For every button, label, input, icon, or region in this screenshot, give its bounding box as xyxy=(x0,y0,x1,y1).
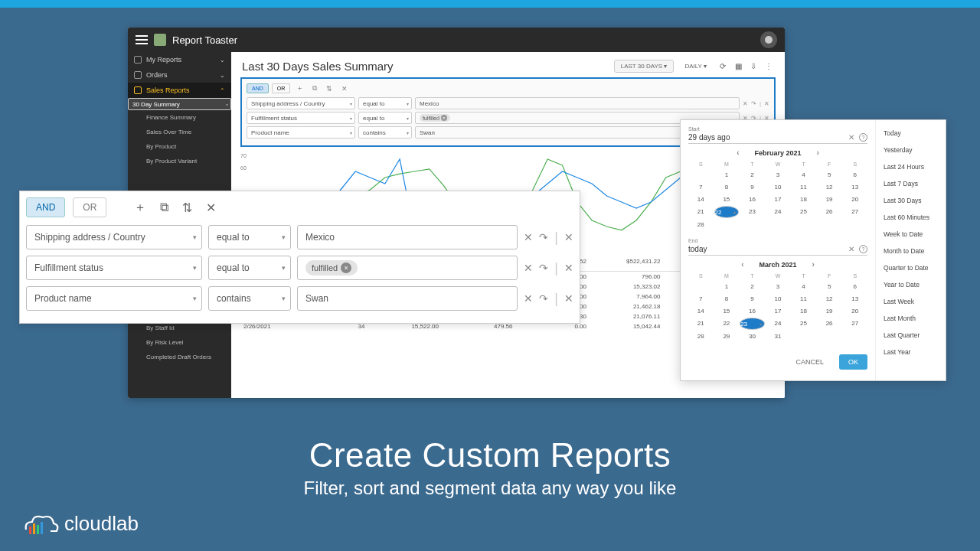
calendar-day[interactable]: 14 xyxy=(688,194,714,205)
filter-value[interactable]: Mexico xyxy=(415,97,740,109)
filter-field-lg[interactable]: Fulfillment status xyxy=(26,256,202,280)
ok-button[interactable]: OK xyxy=(839,354,867,370)
calendar-day[interactable]: 20 xyxy=(842,194,867,205)
calendar-day[interactable]: 3 xyxy=(766,281,791,292)
calendar-day[interactable]: 19 xyxy=(817,194,842,205)
calendar-day[interactable]: 11 xyxy=(791,293,816,305)
calendar-day[interactable]: 8 xyxy=(714,293,740,305)
date-preset[interactable]: Last 60 Minutes xyxy=(876,209,946,226)
calendar-day[interactable]: 23 xyxy=(740,206,765,218)
duplicate-filter-icon[interactable]: ⧉ xyxy=(309,84,320,93)
sidebar-item[interactable]: 30 Day Summary xyxy=(128,98,231,110)
date-preset[interactable]: Last 7 Days xyxy=(876,175,946,192)
calendar-day[interactable]: 26 xyxy=(817,318,842,330)
calendar-day[interactable]: 22 xyxy=(714,318,740,330)
range-pill[interactable]: LAST 30 DAYS ▾ xyxy=(614,60,675,73)
menu-icon[interactable] xyxy=(136,35,148,44)
redo-row-icon[interactable]: ↷ xyxy=(751,100,756,107)
calendar-day[interactable]: 7 xyxy=(688,181,714,193)
calendar-day[interactable]: 18 xyxy=(791,305,816,317)
calendar-day[interactable]: 13 xyxy=(842,293,867,305)
calendar-day[interactable]: 18 xyxy=(791,194,816,205)
close-filter-icon[interactable]: ✕ xyxy=(338,85,351,93)
sidebar-header[interactable]: My Reports⌄ xyxy=(128,52,231,67)
filter-field-lg[interactable]: Product name xyxy=(26,286,202,311)
calendar-day[interactable]: 1 xyxy=(714,281,740,292)
redo-row-icon[interactable]: ↷ xyxy=(539,262,548,274)
sidebar-header[interactable]: Orders⌄ xyxy=(128,67,231,83)
calendar-day[interactable]: 3 xyxy=(766,169,791,181)
date-preset[interactable]: Yesterday xyxy=(876,142,946,158)
date-preset[interactable]: Last 30 Days xyxy=(876,192,946,209)
filter-op[interactable]: equal to xyxy=(358,112,412,124)
sidebar-item[interactable]: Sales Over Time xyxy=(128,125,231,139)
help-icon[interactable]: ? xyxy=(859,245,867,253)
calendar-day[interactable]: 25 xyxy=(791,318,816,330)
next-month-icon[interactable]: › xyxy=(817,148,819,157)
date-preset[interactable]: Last Month xyxy=(876,310,946,327)
calendar-day[interactable]: 28 xyxy=(688,331,714,342)
calendar-day[interactable]: 2 xyxy=(740,281,765,292)
and-toggle[interactable]: AND xyxy=(247,83,269,93)
calendar-day[interactable]: 15 xyxy=(714,305,740,317)
calendar-day[interactable]: 24 xyxy=(766,206,791,218)
calendar-day[interactable]: 17 xyxy=(766,194,791,205)
calendar-day[interactable]: 23 xyxy=(740,318,765,330)
redo-row-icon[interactable]: ↷ xyxy=(539,292,548,305)
calendar-day[interactable]: 21 xyxy=(688,206,714,218)
filter-op[interactable]: equal to xyxy=(358,97,412,109)
clear-row-icon[interactable]: ✕ xyxy=(524,231,533,243)
calendar-day[interactable]: 22 xyxy=(714,206,740,218)
calendar-day[interactable]: 20 xyxy=(842,305,867,317)
calendar-day[interactable]: 17 xyxy=(766,305,791,317)
calendar-day[interactable]: 10 xyxy=(766,293,791,305)
calendar-day[interactable]: 24 xyxy=(766,318,791,330)
sidebar-item[interactable]: Finance Summary xyxy=(128,110,231,125)
remove-row-icon[interactable]: ✕ xyxy=(564,292,573,305)
refresh-icon[interactable]: ⟳ xyxy=(717,61,728,72)
calendar-day[interactable]: 8 xyxy=(714,181,740,193)
clear-row-icon[interactable]: ✕ xyxy=(524,292,533,305)
sidebar-item[interactable] xyxy=(128,168,231,183)
filter-value-lg[interactable]: Swan xyxy=(297,286,518,311)
calendar-day[interactable]: 1 xyxy=(714,169,740,181)
calendar-day[interactable]: 25 xyxy=(791,206,816,218)
filter-field[interactable]: Shipping address / Country xyxy=(247,97,355,109)
filter-value-lg[interactable]: fulfilled× xyxy=(297,256,518,280)
calendar-day[interactable]: 27 xyxy=(842,206,867,218)
or-toggle-lg[interactable]: OR xyxy=(73,197,106,217)
sidebar-item[interactable]: By Product Variant xyxy=(128,154,231,168)
close-filter-icon-lg[interactable]: ✕ xyxy=(203,201,219,215)
calendar-day[interactable]: 12 xyxy=(817,293,842,305)
sort-icon[interactable]: ⇅ xyxy=(323,85,335,93)
clear-end-icon[interactable]: ✕ xyxy=(848,245,854,253)
calendar-day[interactable]: 6 xyxy=(842,169,867,181)
filter-op-lg[interactable]: equal to xyxy=(208,225,291,249)
calendar-day[interactable]: 27 xyxy=(842,318,867,330)
date-preset[interactable]: Last Quarter xyxy=(876,327,946,344)
calendar-day[interactable]: 29 xyxy=(714,331,740,342)
sidebar-item[interactable]: By Risk Level xyxy=(128,335,231,350)
calendar-day[interactable]: 26 xyxy=(817,206,842,218)
or-toggle[interactable]: OR xyxy=(272,83,291,93)
calendar-day[interactable]: 9 xyxy=(740,181,765,193)
date-preset[interactable]: Today xyxy=(876,125,946,142)
date-preset[interactable]: Month to Date xyxy=(876,243,946,259)
calendar-day[interactable]: 4 xyxy=(791,281,816,292)
calendar-day[interactable]: 16 xyxy=(740,194,765,205)
export-icon[interactable]: ⇩ xyxy=(748,61,759,72)
more-icon[interactable]: ⋮ xyxy=(763,61,774,72)
calendar-day[interactable]: 14 xyxy=(688,305,714,317)
add-filter-icon-lg[interactable]: ＋ xyxy=(131,200,149,216)
remove-row-icon[interactable]: ✕ xyxy=(564,262,573,274)
grain-pill[interactable]: DAILY ▾ xyxy=(678,60,713,72)
date-preset[interactable]: Last Week xyxy=(876,293,946,310)
calendar-day[interactable]: 30 xyxy=(740,331,765,342)
calendar-day[interactable]: 2 xyxy=(740,169,765,181)
calendar-day[interactable]: 13 xyxy=(842,181,867,193)
date-preset[interactable]: Last 24 Hours xyxy=(876,158,946,175)
help-icon[interactable]: ? xyxy=(859,133,867,142)
calendar-day[interactable]: 5 xyxy=(817,281,842,292)
add-filter-icon[interactable]: ＋ xyxy=(293,83,306,93)
calendar-day[interactable]: 31 xyxy=(766,331,791,342)
